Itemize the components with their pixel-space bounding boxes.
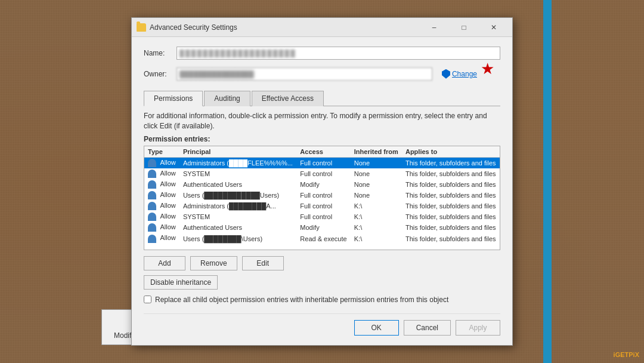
- tab-effective-access[interactable]: Effective Access: [252, 91, 324, 106]
- table-row[interactable]: Allow Authenticated Users Modify K:\ Thi…: [144, 222, 500, 233]
- cell-inherited: K:\: [351, 233, 402, 244]
- cell-principal: Administrators (████FLEE%%%%...: [179, 157, 296, 168]
- cell-inherited: K:\: [351, 222, 402, 233]
- window-title: Advanced Security Settings: [150, 23, 237, 32]
- action-button-row: Add Remove Edit: [144, 256, 500, 270]
- maximize-button[interactable]: □: [450, 21, 478, 33]
- permission-table-wrapper: Type Principal Access Inherited from App…: [144, 146, 500, 250]
- cell-type: Allow: [144, 233, 179, 244]
- col-access: Access: [296, 146, 350, 158]
- cell-access: Read & execute: [296, 233, 350, 244]
- checkbox-row: Replace all child object permission entr…: [144, 296, 500, 304]
- cell-applies: This folder, subfolders and files: [402, 211, 500, 222]
- cell-type: Allow: [144, 190, 179, 201]
- close-button[interactable]: ✕: [480, 21, 507, 33]
- change-label: Change: [452, 70, 477, 78]
- tab-auditing-label: Auditing: [214, 94, 240, 103]
- cell-access: Full control: [296, 211, 350, 222]
- remove-button[interactable]: Remove: [190, 256, 237, 270]
- tab-permissions-label: Permissions: [154, 94, 193, 103]
- col-type: Type: [144, 146, 179, 158]
- apply-button[interactable]: Apply: [456, 320, 500, 336]
- cell-principal: Users (████████████Users): [179, 190, 296, 201]
- cell-inherited: None: [351, 179, 402, 190]
- name-field-row: Name: ████████████████████: [144, 47, 500, 60]
- cell-inherited: None: [351, 157, 402, 168]
- title-controls: – □ ✕: [420, 21, 507, 33]
- user-icon: [148, 213, 156, 221]
- tab-bar: Permissions Auditing Effective Access: [144, 90, 500, 106]
- title-bar: Advanced Security Settings – □ ✕: [132, 18, 512, 37]
- user-icon: [148, 180, 156, 189]
- owner-blurred: ████████████████: [179, 70, 254, 78]
- user-icon: [148, 235, 156, 243]
- section-label: Permission entries:: [144, 135, 500, 143]
- cell-type: Allow: [144, 157, 179, 168]
- folder-icon: [137, 23, 146, 32]
- ok-button[interactable]: OK: [354, 320, 399, 336]
- col-applies: Applies to: [402, 146, 500, 158]
- tab-effective-access-label: Effective Access: [262, 94, 314, 103]
- cell-inherited: K:\: [351, 201, 402, 211]
- cell-principal: SYSTEM: [179, 168, 296, 179]
- cell-applies: This folder, subfolders and files: [402, 168, 500, 179]
- right-edge-strip: [543, 0, 552, 363]
- watermark: iGETPiX: [614, 351, 639, 358]
- user-icon: [148, 223, 156, 232]
- title-text: Advanced Security Settings: [137, 23, 420, 32]
- name-value: ████████████████████: [177, 47, 500, 60]
- cell-applies: This folder, subfolders and files: [402, 222, 500, 233]
- user-icon: [148, 170, 156, 178]
- table-row[interactable]: Allow Users (████████████Users) Full con…: [144, 190, 500, 201]
- table-row[interactable]: Allow Administrators (████████A... Full …: [144, 201, 500, 211]
- cell-type: Allow: [144, 222, 179, 233]
- checkbox-label: Replace all child object permission entr…: [155, 296, 448, 304]
- cell-applies: This folder, subfolders and files: [402, 157, 500, 168]
- name-label: Name:: [144, 49, 177, 57]
- owner-value: ████████████████: [177, 67, 432, 81]
- cell-principal: Users (████████\Users): [179, 233, 296, 244]
- change-button[interactable]: Change: [437, 68, 482, 80]
- cell-principal: Authenticated Users: [179, 179, 296, 190]
- col-inherited: Inherited from: [351, 146, 402, 158]
- table-row[interactable]: Allow Administrators (████FLEE%%%%... Fu…: [144, 157, 500, 168]
- cancel-button[interactable]: Cancel: [404, 320, 451, 336]
- cell-access: Full control: [296, 190, 350, 201]
- owner-label: Owner:: [144, 70, 177, 78]
- cell-inherited: None: [351, 190, 402, 201]
- cell-access: Modify: [296, 222, 350, 233]
- cell-principal: Administrators (████████A...: [179, 201, 296, 211]
- dialog-button-row: OK Cancel Apply: [144, 313, 500, 336]
- cell-type: Allow: [144, 201, 179, 211]
- cell-type: Allow: [144, 211, 179, 222]
- table-row[interactable]: Allow Authenticated Users Modify None Th…: [144, 179, 500, 190]
- cell-principal: SYSTEM: [179, 211, 296, 222]
- cell-type: Allow: [144, 179, 179, 190]
- cell-applies: This folder, subfolders and files: [402, 201, 500, 211]
- annotation-star: ★: [481, 60, 494, 78]
- replace-checkbox[interactable]: [144, 296, 151, 303]
- user-icon: [148, 202, 156, 210]
- info-text: For additional information, double-click…: [144, 111, 500, 131]
- table-row[interactable]: Allow Users (████████\Users) Read & exec…: [144, 233, 500, 244]
- table-row[interactable]: Allow SYSTEM Full control None This fold…: [144, 168, 500, 179]
- tab-permissions[interactable]: Permissions: [144, 91, 203, 106]
- name-blurred: ████████████████████: [179, 50, 296, 57]
- tab-auditing[interactable]: Auditing: [204, 91, 250, 106]
- add-button[interactable]: Add: [144, 256, 185, 270]
- user-icon: [148, 191, 156, 199]
- permission-table: Type Principal Access Inherited from App…: [144, 146, 500, 244]
- cell-applies: This folder, subfolders and files: [402, 190, 500, 201]
- cell-inherited: K:\: [351, 211, 402, 222]
- disable-inheritance-button[interactable]: Disable inheritance: [144, 275, 218, 290]
- edit-button[interactable]: Edit: [242, 256, 284, 270]
- cell-access: Full control: [296, 201, 350, 211]
- cell-applies: This folder, subfolders and files: [402, 179, 500, 190]
- cell-type: Allow: [144, 168, 179, 179]
- advanced-security-dialog: Advanced Security Settings – □ ✕ Name: █…: [131, 17, 513, 346]
- cell-inherited: None: [351, 168, 402, 179]
- col-principal: Principal: [179, 146, 296, 158]
- minimize-button[interactable]: –: [420, 21, 448, 33]
- owner-field-row: Owner: ████████████████ Change ★: [144, 64, 500, 83]
- table-row[interactable]: Allow SYSTEM Full control K:\ This folde…: [144, 211, 500, 222]
